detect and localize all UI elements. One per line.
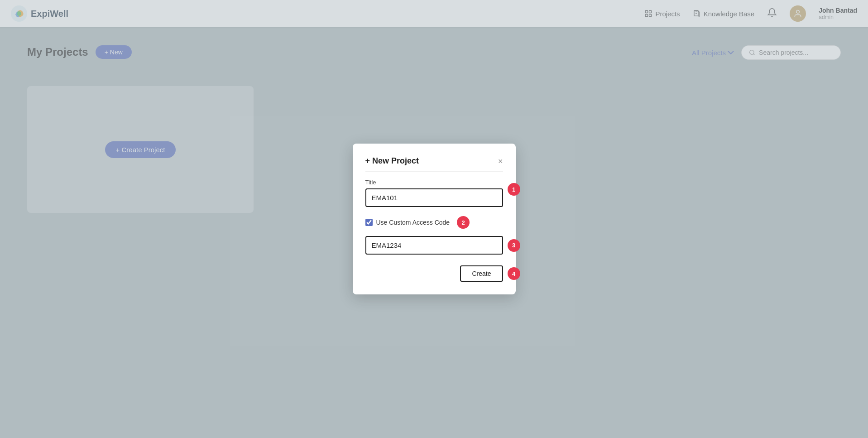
custom-access-code-checkbox[interactable] <box>365 219 373 226</box>
modal-overlay: + New Project × Title 1 Use Custom Acces… <box>0 0 868 438</box>
access-code-input[interactable] <box>365 236 503 255</box>
modal-header: + New Project × <box>365 156 503 172</box>
annotation-badge-1: 1 <box>508 183 520 196</box>
title-input[interactable] <box>365 188 503 207</box>
checkbox-row: Use Custom Access Code 2 <box>365 216 503 229</box>
access-code-form-group: 3 <box>365 236 503 255</box>
annotation-badge-2: 2 <box>457 216 470 229</box>
modal-title: + New Project <box>365 156 419 166</box>
annotation-badge-3: 3 <box>508 239 520 252</box>
checkbox-label: Use Custom Access Code <box>376 219 450 226</box>
modal-footer: Create 4 <box>365 265 503 282</box>
create-button[interactable]: Create <box>460 265 503 282</box>
title-label: Title <box>365 179 503 186</box>
modal-close-button[interactable]: × <box>498 157 503 165</box>
title-form-group: Title 1 <box>365 179 503 207</box>
new-project-modal: + New Project × Title 1 Use Custom Acces… <box>353 144 516 294</box>
annotation-badge-4: 4 <box>508 267 520 280</box>
